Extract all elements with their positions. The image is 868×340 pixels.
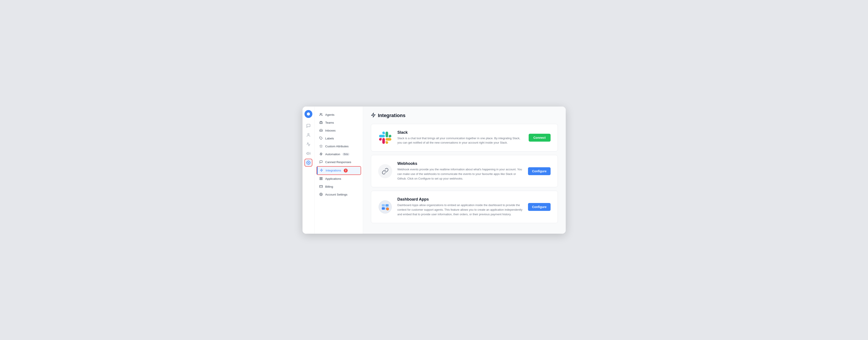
svg-rect-4 — [320, 122, 322, 124]
sidebar-item-canned-responses-label: Canned Responses — [325, 161, 351, 164]
sidebar-item-account-settings-label: Account Settings — [325, 193, 347, 196]
svg-point-2 — [308, 162, 309, 163]
billing-icon — [319, 185, 323, 189]
webhooks-logo — [378, 164, 392, 178]
svg-rect-10 — [321, 177, 322, 178]
slack-action: Connect — [529, 134, 551, 142]
svg-rect-20 — [382, 207, 385, 210]
sidebar-item-labels-label: Labels — [325, 137, 334, 140]
svg-rect-19 — [385, 204, 389, 207]
sidebar-item-billing[interactable]: Billing — [315, 183, 363, 191]
svg-rect-9 — [320, 177, 321, 178]
sidebar-item-agents[interactable]: Agents — [315, 111, 363, 119]
dashboard-apps-content: Dashboard Apps Dashboard Apps allow orga… — [398, 197, 523, 216]
svg-marker-7 — [320, 152, 322, 156]
svg-rect-11 — [321, 179, 322, 179]
inboxes-icon — [319, 129, 323, 133]
labels-icon — [319, 137, 323, 140]
contacts-icon[interactable] — [305, 131, 312, 139]
automation-icon — [319, 152, 323, 156]
sidebar-item-custom-attributes-label: Custom Attributes — [325, 145, 349, 148]
sidebar-item-custom-attributes[interactable]: Custom Attributes — [315, 142, 363, 150]
svg-marker-8 — [320, 169, 323, 172]
svg-rect-12 — [320, 179, 321, 179]
webhooks-card: Webhooks Webhook events provide you the … — [371, 155, 558, 187]
sidebar-item-automation[interactable]: Automation Beta — [315, 150, 363, 158]
svg-point-17 — [379, 201, 392, 213]
sidebar-item-canned-responses[interactable]: Canned Responses — [315, 158, 363, 166]
sidebar-item-billing-label: Billing — [325, 185, 333, 188]
svg-marker-16 — [371, 113, 375, 117]
integrations-icon — [320, 169, 323, 172]
slack-connect-button[interactable]: Connect — [529, 134, 551, 142]
page-header: Integrations — [371, 113, 558, 118]
svg-point-3 — [320, 113, 321, 114]
custom-attributes-icon — [319, 144, 323, 148]
sidebar-item-agents-label: Agents — [325, 113, 335, 116]
dashboard-apps-card: + Dashboard Apps Dashboard Apps allow or… — [371, 191, 558, 223]
teams-icon — [319, 121, 323, 125]
slack-title: Slack — [398, 130, 523, 135]
sidebar-item-account-settings[interactable]: Account Settings — [315, 191, 363, 199]
dashboard-apps-configure-button[interactable]: Configure — [528, 203, 550, 211]
slack-description: Slack is a chat tool that brings all you… — [398, 136, 523, 145]
dashboard-apps-logo: + — [378, 200, 392, 214]
sidebar-item-automation-label: Automation — [325, 152, 340, 156]
main-content: Integrations Slack Slack is a chat tool … — [363, 106, 566, 234]
svg-rect-13 — [320, 185, 323, 188]
sidebar: Agents Teams Inboxes Labels Custom Attri… — [315, 106, 363, 234]
sidebar-item-applications[interactable]: Applications — [315, 175, 363, 183]
icon-rail — [303, 106, 315, 234]
automation-beta-badge: Beta — [342, 153, 350, 156]
reports-icon[interactable] — [305, 140, 312, 148]
svg-marker-6 — [320, 145, 322, 147]
sidebar-item-integrations-label: Integrations — [326, 169, 341, 172]
sidebar-item-inboxes[interactable]: Inboxes — [315, 127, 363, 135]
campaigns-icon[interactable] — [305, 149, 312, 158]
page-title: Integrations — [378, 113, 406, 118]
svg-text:+: + — [387, 208, 388, 210]
svg-marker-1 — [307, 152, 308, 155]
sidebar-item-teams[interactable]: Teams — [315, 119, 363, 127]
account-settings-icon — [319, 193, 323, 197]
slack-card: Slack Slack is a chat tool that brings a… — [371, 124, 558, 152]
webhooks-icon — [378, 164, 392, 178]
dashboard-apps-description: Dashboard Apps allow organizations to em… — [398, 203, 523, 216]
sidebar-item-inboxes-label: Inboxes — [325, 129, 336, 132]
webhooks-action: Configure — [528, 167, 550, 175]
applications-icon — [319, 177, 323, 181]
integrations-badge: 2 — [344, 169, 348, 172]
main-window: Agents Teams Inboxes Labels Custom Attri… — [303, 106, 566, 234]
settings-icon[interactable] — [305, 159, 312, 167]
page-header-icon — [371, 113, 376, 118]
sidebar-item-labels[interactable]: Labels — [315, 135, 363, 142]
dashboard-apps-title: Dashboard Apps — [398, 197, 523, 202]
webhooks-title: Webhooks — [398, 161, 523, 166]
slack-logo — [378, 131, 392, 145]
svg-point-0 — [308, 133, 309, 135]
avatar[interactable] — [305, 110, 312, 118]
dashboard-apps-action: Configure — [528, 203, 550, 211]
sidebar-item-teams-label: Teams — [325, 121, 334, 124]
agents-icon — [319, 113, 323, 117]
webhooks-content: Webhooks Webhook events provide you the … — [398, 161, 523, 181]
webhooks-description: Webhook events provide you the realtime … — [398, 167, 523, 181]
canned-responses-icon — [319, 160, 323, 164]
slack-content: Slack Slack is a chat tool that brings a… — [398, 130, 523, 145]
svg-rect-18 — [382, 204, 385, 207]
conversations-icon[interactable] — [305, 122, 312, 130]
sidebar-item-integrations[interactable]: Integrations 2 — [316, 166, 361, 175]
sidebar-item-applications-label: Applications — [325, 177, 341, 180]
webhooks-configure-button[interactable]: Configure — [528, 167, 550, 175]
svg-point-15 — [321, 194, 321, 195]
